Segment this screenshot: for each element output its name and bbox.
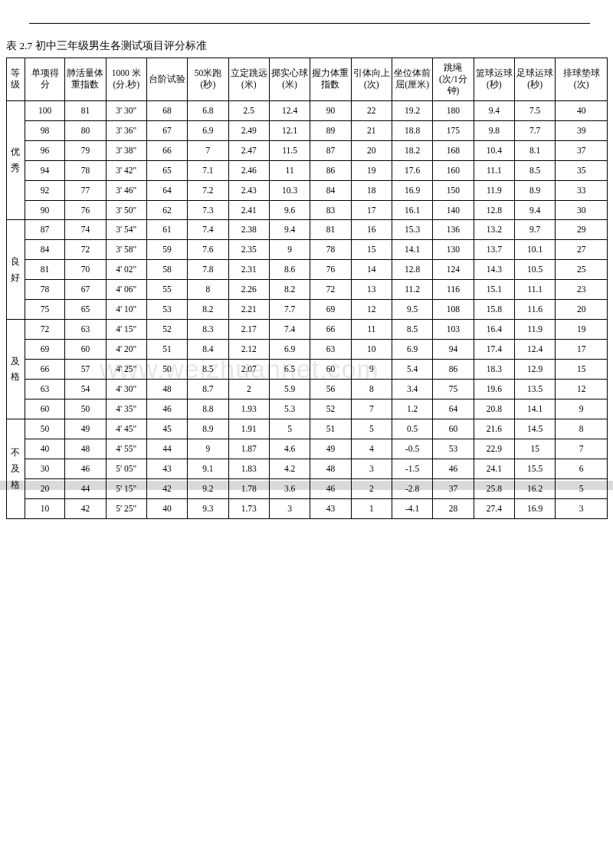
data-cell: 69 xyxy=(310,300,351,320)
data-cell: 7.4 xyxy=(188,220,228,240)
data-cell: 9.7 xyxy=(515,220,556,240)
data-cell: 11.9 xyxy=(515,320,556,340)
data-cell: 78 xyxy=(310,240,351,260)
data-cell: 9 xyxy=(556,399,608,419)
data-cell: 19 xyxy=(351,160,392,180)
data-cell: 4' 20" xyxy=(106,340,146,360)
data-cell: 4' 25" xyxy=(106,360,146,380)
data-cell: 20 xyxy=(25,478,64,498)
data-cell: 175 xyxy=(433,120,474,140)
data-cell: 14.3 xyxy=(474,260,514,280)
data-cell: 8.7 xyxy=(188,379,228,399)
data-cell: 5.9 xyxy=(269,379,310,399)
data-cell: 7 xyxy=(556,439,608,459)
data-cell: 84 xyxy=(310,180,351,200)
data-cell: 4' 35" xyxy=(106,399,146,419)
data-cell: 9.2 xyxy=(188,478,228,498)
data-cell: 108 xyxy=(433,300,474,320)
data-cell: 80 xyxy=(65,120,106,140)
data-cell: 3' 50" xyxy=(106,200,146,220)
data-cell: 12.4 xyxy=(269,100,310,120)
data-cell: 14 xyxy=(351,260,392,280)
score-table: 等级 单项得分 肺活量体重指数 1000 米(分.秒) 台阶试验 50米跑(秒)… xyxy=(6,58,608,519)
data-cell: 3' 38" xyxy=(106,140,146,160)
data-cell: 12 xyxy=(351,300,392,320)
table-row: 78674' 06"5582.268.2721311.211615.111.12… xyxy=(7,280,608,300)
data-cell: 30 xyxy=(25,459,64,478)
data-cell: 140 xyxy=(433,200,474,220)
table-row: 30465' 05"439.11.834.2483-1.54624.115.56 xyxy=(7,459,608,478)
table-row: 60504' 35"468.81.935.35271.26420.814.19 xyxy=(7,399,608,419)
data-cell: 116 xyxy=(433,280,474,300)
hdr-jump: 立定跳远(米) xyxy=(228,58,269,101)
data-cell: 4' 06" xyxy=(106,280,146,300)
table-row: 及格72634' 15"528.32.177.466118.510316.411… xyxy=(7,320,608,340)
data-cell: 6.5 xyxy=(269,360,310,380)
data-cell: 27.4 xyxy=(474,498,514,518)
data-cell: 6.9 xyxy=(188,120,228,140)
data-cell: 19 xyxy=(556,320,608,340)
data-cell: 4' 02" xyxy=(106,260,146,280)
data-cell: 18 xyxy=(351,180,392,200)
data-cell: 12.9 xyxy=(515,360,556,380)
data-cell: 64 xyxy=(433,399,474,419)
data-cell: 22.9 xyxy=(474,439,514,459)
data-cell: 9.4 xyxy=(269,220,310,240)
data-cell: 7 xyxy=(188,140,228,160)
data-cell: 8.4 xyxy=(188,340,228,360)
data-cell: 1.93 xyxy=(228,399,269,419)
data-cell: 3 xyxy=(269,498,310,518)
data-cell: 66 xyxy=(146,140,187,160)
data-cell: 5 xyxy=(269,419,310,439)
data-cell: 3' 42" xyxy=(106,160,146,180)
data-cell: 3' 36" xyxy=(106,120,146,140)
table-title: 表 2.7 初中三年级男生各测试项目评分标准 xyxy=(6,39,613,53)
data-cell: 19.6 xyxy=(474,379,514,399)
data-cell: 7.2 xyxy=(188,180,228,200)
data-cell: 77 xyxy=(65,180,106,200)
data-cell: 37 xyxy=(433,478,474,498)
data-cell: 12 xyxy=(556,379,608,399)
data-cell: 43 xyxy=(146,459,187,478)
data-cell: 4.6 xyxy=(269,439,310,459)
data-cell: 16.9 xyxy=(515,498,556,518)
data-cell: 9.4 xyxy=(515,200,556,220)
data-cell: 11.9 xyxy=(474,180,514,200)
data-cell: 67 xyxy=(146,120,187,140)
data-cell: 13 xyxy=(351,280,392,300)
data-cell: 39 xyxy=(556,120,608,140)
data-cell: 13.5 xyxy=(515,379,556,399)
grade-cell: 优秀 xyxy=(7,100,25,220)
data-cell: 8.8 xyxy=(188,399,228,419)
data-cell: 9.4 xyxy=(474,100,514,120)
data-cell: 4 xyxy=(351,439,392,459)
data-cell: 35 xyxy=(556,160,608,180)
data-cell: 2 xyxy=(228,379,269,399)
data-cell: 7.5 xyxy=(515,100,556,120)
data-cell: 8.1 xyxy=(515,140,556,160)
data-cell: 45 xyxy=(146,419,187,439)
data-cell: 1.91 xyxy=(228,419,269,439)
data-cell: 96 xyxy=(25,140,64,160)
data-cell: 4' 55" xyxy=(106,439,146,459)
data-cell: 44 xyxy=(146,439,187,459)
data-cell: 17.4 xyxy=(474,340,514,360)
data-cell: 63 xyxy=(310,340,351,360)
data-cell: 4' 15" xyxy=(106,320,146,340)
hdr-m1000: 1000 米(分.秒) xyxy=(106,58,146,101)
hdr-bball: 篮球运球(秒) xyxy=(474,58,514,101)
data-cell: 17 xyxy=(351,200,392,220)
data-cell: 60 xyxy=(65,340,106,360)
data-cell: 20.8 xyxy=(474,399,514,419)
table-row: 40484' 55"4491.874.6494-0.55322.9157 xyxy=(7,439,608,459)
data-cell: 150 xyxy=(433,180,474,200)
table-row: 66574' 25"508.52.076.56095.48618.312.915 xyxy=(7,360,608,380)
data-cell: 60 xyxy=(433,419,474,439)
data-cell: 103 xyxy=(433,320,474,340)
data-cell: 11 xyxy=(269,160,310,180)
data-cell: 7.6 xyxy=(188,240,228,260)
data-cell: 2.31 xyxy=(228,260,269,280)
data-cell: 9 xyxy=(269,240,310,260)
data-cell: 46 xyxy=(65,459,106,478)
data-cell: 60 xyxy=(25,399,64,419)
